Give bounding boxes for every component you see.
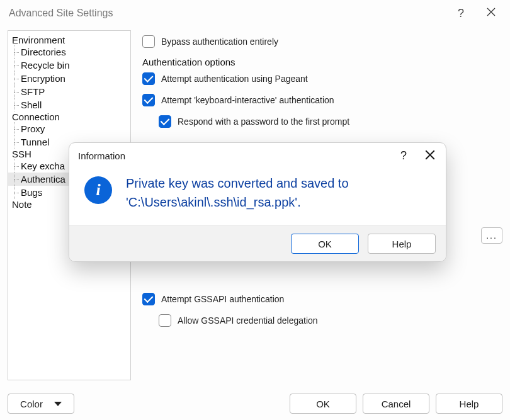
tree-group-connection[interactable]: Connection: [8, 111, 130, 122]
gssapi-attempt-row[interactable]: Attempt GSSAPI authentication: [142, 293, 502, 305]
tree-item[interactable]: SFTP: [8, 85, 130, 98]
help-button[interactable]: Help: [436, 394, 502, 414]
respond-label: Respond with a password to the first pro…: [178, 116, 349, 127]
tree-item[interactable]: Directories: [8, 45, 130, 59]
dialog-titlebar: Information ?: [69, 143, 446, 169]
ki-row[interactable]: Attempt 'keyboard-interactive' authentic…: [142, 94, 502, 106]
bypass-auth-row[interactable]: Bypass authentication entirely: [142, 35, 502, 48]
ok-button[interactable]: OK: [290, 394, 356, 414]
color-button-label: Color: [20, 399, 43, 409]
gssapi-attempt-checkbox[interactable]: [142, 293, 155, 305]
gssapi-delegate-checkbox[interactable]: [159, 314, 171, 327]
bypass-auth-label: Bypass authentication entirely: [161, 37, 278, 47]
window-title: Advanced Site Settings: [9, 8, 113, 19]
ki-label: Attempt 'keyboard-interactive' authentic…: [161, 95, 334, 105]
pageant-row[interactable]: Attempt authentication using Pageant: [142, 72, 502, 85]
titlebar: Advanced Site Settings ?: [0, 0, 510, 26]
bypass-auth-checkbox[interactable]: [142, 35, 155, 48]
pageant-label: Attempt authentication using Pageant: [161, 74, 308, 84]
close-icon[interactable]: [486, 7, 501, 20]
tree-item[interactable]: Shell: [8, 98, 130, 111]
gssapi-delegate-label: Allow GSSAPI credential delegation: [178, 315, 318, 326]
tree-item[interactable]: Encryption: [8, 72, 130, 85]
browse-button[interactable]: ...: [481, 227, 502, 244]
tree-group-environment[interactable]: Environment: [8, 35, 130, 45]
tree-item[interactable]: Recycle bin: [8, 59, 130, 72]
gssapi-attempt-label: Attempt GSSAPI authentication: [161, 294, 284, 304]
dialog-message: Private key was converted and saved to '…: [126, 174, 431, 212]
dialog-buttons: OK Help: [69, 225, 446, 261]
info-icon: i: [84, 176, 112, 204]
tree-item[interactable]: Proxy: [8, 122, 130, 135]
window-controls: ?: [453, 7, 501, 20]
dialog-body: i Private key was converted and saved to…: [69, 169, 446, 225]
cancel-button[interactable]: Cancel: [363, 394, 429, 414]
info-dialog: Information ? i Private key was converte…: [69, 142, 446, 262]
dialog-title: Information: [78, 150, 125, 161]
respond-checkbox[interactable]: [159, 115, 171, 128]
dialog-close-icon[interactable]: [424, 149, 436, 162]
dialog-help-button[interactable]: Help: [368, 234, 436, 254]
footer-right: OK Cancel Help: [290, 394, 502, 414]
footer: Color OK Cancel Help: [8, 394, 502, 414]
pageant-checkbox[interactable]: [142, 72, 155, 85]
caret-down-icon: [54, 402, 62, 406]
respond-row[interactable]: Respond with a password to the first pro…: [159, 115, 502, 128]
auth-options-legend: Authentication options: [142, 57, 502, 67]
dialog-help-icon[interactable]: ?: [400, 149, 407, 162]
dialog-ok-button[interactable]: OK: [291, 234, 359, 254]
help-icon[interactable]: ?: [453, 7, 468, 20]
ki-checkbox[interactable]: [142, 94, 155, 106]
color-button[interactable]: Color: [8, 394, 74, 414]
gssapi-delegate-row[interactable]: Allow GSSAPI credential delegation: [159, 314, 502, 327]
